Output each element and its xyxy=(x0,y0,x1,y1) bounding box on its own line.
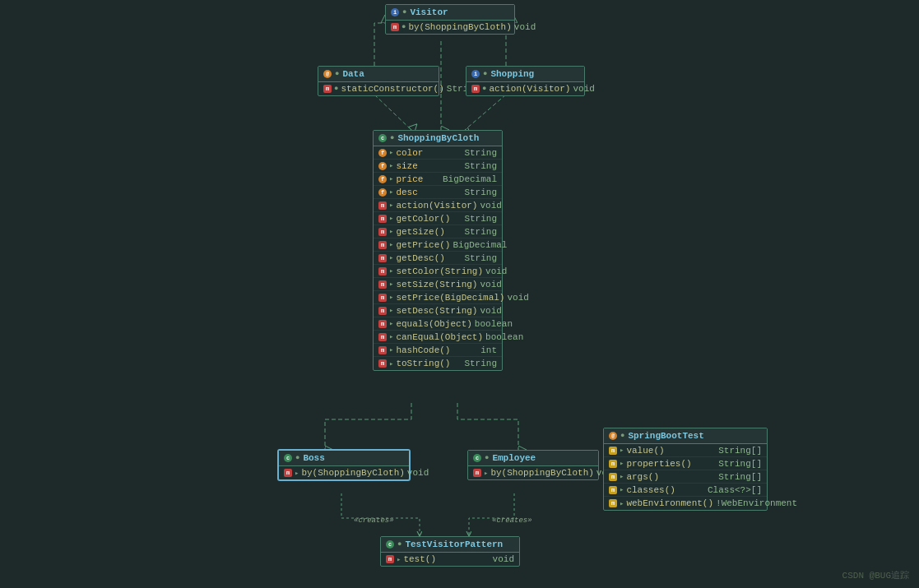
sbc-method-icon-6: m xyxy=(378,280,387,289)
class-header-employee: c ● Employee xyxy=(468,451,598,466)
sbc-method-return-6: void xyxy=(480,280,501,289)
class-box-testvisitorpattern: c ● TestVisitorPattern m ▸ test() void xyxy=(380,536,520,567)
sbc-method-return-10: boolean xyxy=(485,332,523,342)
boss-method-return-0: void xyxy=(407,468,429,478)
boss-method-icon-0: m xyxy=(284,469,292,477)
watermark: CSDN @BUG追踪 xyxy=(842,569,909,581)
sbt-field-0: m ▸ value() String[] xyxy=(604,444,767,457)
sbc-method-9: m ▸ equals(Object) boolean xyxy=(374,317,502,331)
visitor-method-return-0: void xyxy=(514,22,536,32)
sbt-field-icon-3: m xyxy=(609,486,617,494)
sbc-field-name-1: size xyxy=(396,161,417,171)
sbc-field-name-2: price xyxy=(396,174,423,184)
employee-method-icon-0: m xyxy=(473,469,481,477)
visitor-type-icon: i xyxy=(391,8,399,16)
visitor-method-row-0: m ● by(ShoppingByCloth) void xyxy=(386,21,514,34)
class-header-data: @ ● Data xyxy=(318,67,439,82)
sbc-field-3: f ▸ desc String xyxy=(374,186,502,199)
sbc-method-return-11: int xyxy=(480,345,497,355)
sbc-method-icon-0: m xyxy=(378,201,387,210)
sbc-method-return-7: void xyxy=(507,293,528,303)
sbc-field-1: f ▸ size String xyxy=(374,160,502,173)
sbc-method-name-12: toString() xyxy=(396,359,450,368)
sbc-field-icon-1: f xyxy=(378,162,387,170)
class-header-testvisitorpattern: c ● TestVisitorPattern xyxy=(381,537,519,553)
employee-type-icon: c xyxy=(473,454,481,462)
sbc-field-name-0: color xyxy=(396,148,423,158)
svg-line-2 xyxy=(374,95,411,130)
tvp-method-name-0: test() xyxy=(403,554,436,564)
sbc-method-icon-10: m xyxy=(378,333,387,341)
class-header-shoppingbycloth: c ● ShoppingByCloth xyxy=(374,131,502,146)
sbc-method-return-3: BigDecimal xyxy=(453,240,507,250)
sbt-field-type-0: String[] xyxy=(718,446,762,456)
create-label-boss: «creates» xyxy=(354,516,394,525)
tvp-method-row-0: m ▸ test() void xyxy=(381,553,519,566)
sbc-method-1: m ▸ getColor() String xyxy=(374,212,502,225)
sbc-method-name-0: action(Visitor) xyxy=(396,201,477,211)
sbc-method-name-8: setDesc(String) xyxy=(396,306,477,316)
tvp-class-name: TestVisitorPattern xyxy=(405,539,503,549)
sbc-method-return-2: String xyxy=(464,227,497,237)
sbc-method-return-5: void xyxy=(485,266,507,276)
sbc-method-icon-12: m xyxy=(378,359,387,368)
sbc-method-7: m ▸ setPrice(BigDecimal) void xyxy=(374,291,502,304)
sbc-method-return-1: String xyxy=(464,214,497,224)
sbt-field-2: m ▸ args() String[] xyxy=(604,470,767,484)
sbc-method-2: m ▸ getSize() String xyxy=(374,225,502,238)
visitor-method-name-0: by(ShoppingByCloth) xyxy=(408,22,511,32)
sbc-method-icon-2: m xyxy=(378,228,387,236)
sbc-method-name-3: getPrice() xyxy=(396,240,450,250)
sbt-field-icon-1: m xyxy=(609,460,617,468)
sbc-method-name-11: hashCode() xyxy=(396,345,450,355)
sbc-method-10: m ▸ canEqual(Object) boolean xyxy=(374,331,502,344)
class-box-boss[interactable]: c ● Boss m ▸ by(ShoppingByCloth) void xyxy=(278,450,410,480)
sbc-field-icon-3: f xyxy=(378,188,387,197)
sbc-method-3: m ▸ getPrice() BigDecimal xyxy=(374,238,502,252)
sbt-field-1: m ▸ properties() String[] xyxy=(604,457,767,470)
sbt-field-icon-2: m xyxy=(609,473,617,481)
sbt-field-name-2: args() xyxy=(626,472,659,482)
sbt-field-name-3: classes() xyxy=(626,485,675,495)
employee-method-name-0: by(ShoppingByCloth) xyxy=(490,468,593,478)
class-header-boss: c ● Boss xyxy=(279,451,409,466)
sbt-field-icon-0: m xyxy=(609,447,617,455)
sbc-method-12: m ▸ toString() String xyxy=(374,357,502,370)
sbc-method-icon-5: m xyxy=(378,267,387,275)
sbc-method-name-1: getColor() xyxy=(396,214,450,224)
sbt-field-3: m ▸ classes() Class<?>[] xyxy=(604,484,767,497)
data-type-icon: @ xyxy=(323,70,332,78)
class-header-visitor: i ● Visitor xyxy=(386,5,514,21)
sbc-field-type-0: String xyxy=(464,148,497,158)
sbt-field-type-3: Class<?>[] xyxy=(708,485,762,495)
class-box-shoppingbycloth: c ● ShoppingByCloth f ▸ color String f ▸… xyxy=(373,130,503,371)
sbc-method-name-10: canEqual(Object) xyxy=(396,332,483,342)
sbc-method-4: m ▸ getDesc() String xyxy=(374,252,502,265)
sbc-method-11: m ▸ hashCode() int xyxy=(374,344,502,357)
data-class-name: Data xyxy=(342,69,364,79)
sbc-method-5: m ▸ setColor(String) void xyxy=(374,265,502,278)
sbc-field-icon-0: f xyxy=(378,149,387,157)
employee-class-name: Employee xyxy=(492,453,536,463)
sbc-field-type-1: String xyxy=(464,161,497,171)
sbc-method-return-8: void xyxy=(480,306,501,316)
employee-method-row-0: m ▸ by(ShoppingByCloth) void xyxy=(468,466,598,479)
sbt-field-name-1: properties() xyxy=(626,459,691,469)
sbc-method-8: m ▸ setDesc(String) void xyxy=(374,304,502,317)
sbt-field-type-2: String[] xyxy=(718,472,762,482)
tvp-type-icon: c xyxy=(386,540,394,549)
sbc-method-icon-8: m xyxy=(378,307,387,315)
data-method-name-0: staticConstructor() xyxy=(341,84,443,94)
sbc-method-name-9: equals(Object) xyxy=(396,319,471,329)
boss-method-name-0: by(ShoppingByCloth) xyxy=(301,468,404,478)
svg-line-1 xyxy=(465,95,506,130)
data-method-row-0: m ● staticConstructor() String xyxy=(318,82,439,95)
create-label-employee: «creates» xyxy=(492,516,532,525)
class-header-springboottest: @ ● SpringBootTest xyxy=(604,428,767,444)
sbc-method-return-12: String xyxy=(464,359,497,368)
sbc-method-name-4: getDesc() xyxy=(396,253,444,263)
sbc-method-6: m ▸ setSize(String) void xyxy=(374,278,502,291)
visitor-method-icon-0: m xyxy=(391,23,399,31)
class-box-springboottest: @ ● SpringBootTest m ▸ value() String[] … xyxy=(603,428,768,511)
sbc-method-icon-1: m xyxy=(378,215,387,223)
